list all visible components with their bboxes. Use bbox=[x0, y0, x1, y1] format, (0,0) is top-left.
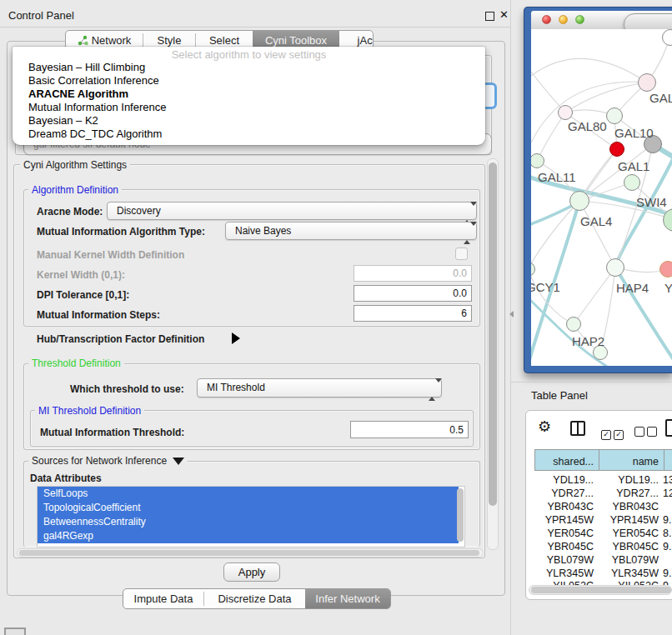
control-panel-title: Control Panel bbox=[8, 9, 74, 22]
list-item-selfloops[interactable]: SelfLoops bbox=[38, 487, 459, 501]
node-label-hap2: HAP2 bbox=[572, 334, 604, 348]
dropdown-item-dream8[interactable]: Dream8 DC_TDC Algorithm bbox=[28, 128, 162, 140]
mi-type-combo[interactable]: Naive Bayes bbox=[225, 222, 477, 240]
kernel-width-label: Kernel Width (0,1): bbox=[37, 269, 125, 281]
node-label-gal80: GAL80 bbox=[568, 119, 607, 133]
node-gal80[interactable] bbox=[558, 105, 573, 120]
kernel-width-input[interactable] bbox=[354, 265, 472, 282]
minimize-traffic-light-icon[interactable] bbox=[559, 15, 568, 24]
node-hap2[interactable] bbox=[566, 317, 581, 332]
collapse-down-icon bbox=[173, 458, 184, 465]
table-row[interactable]: YER054C YER054C 8. bbox=[529, 528, 672, 541]
network-icon bbox=[78, 35, 88, 46]
table-panel-titlebar: Table Panel bbox=[511, 382, 672, 406]
table-panel-title: Table Panel bbox=[531, 389, 588, 402]
table-row[interactable]: YPR145W YPR145W 9. bbox=[529, 514, 672, 528]
node-swi4[interactable] bbox=[624, 174, 640, 191]
algorithm-dropdown-overlay: Select algorithm to view settings Bayesi… bbox=[13, 47, 485, 145]
node-gal10[interactable] bbox=[606, 108, 623, 124]
tab-impute-data[interactable]: Impute Data bbox=[123, 589, 203, 608]
threshold-definition-title: Threshold Definition bbox=[28, 358, 124, 369]
which-threshold-label: Which threshold to use: bbox=[70, 383, 184, 395]
zoom-traffic-light-icon[interactable] bbox=[575, 15, 584, 24]
list-item-topological[interactable]: TopologicalCoefficient bbox=[38, 501, 459, 515]
tab-infer-network[interactable]: Infer Network bbox=[305, 589, 390, 608]
node-gal1-red[interactable] bbox=[609, 142, 624, 157]
new-table-icon[interactable] bbox=[665, 419, 672, 437]
dropdown-item-mutual-information[interactable]: Mutual Information Inference bbox=[28, 101, 166, 113]
close-panel-icon[interactable]: ✕ bbox=[499, 8, 509, 21]
manual-kernel-checkbox[interactable] bbox=[455, 248, 468, 260]
node-label-gal11: GAL11 bbox=[538, 170, 576, 184]
mi-threshold-label: Mutual Information Threshold: bbox=[40, 427, 184, 438]
node-label-gal10: GAL10 bbox=[614, 126, 654, 140]
node-label-swi4: SWI4 bbox=[636, 195, 667, 209]
network-canvas[interactable]: GAL7 GAL80 GAL10 GAL1 GAL11 SWI4 GAL4 GC… bbox=[531, 29, 672, 366]
bottom-tabbar: Impute Data Discretize Data Infer Networ… bbox=[123, 588, 391, 609]
column-header-cut[interactable] bbox=[664, 449, 672, 471]
node-gal4[interactable] bbox=[569, 191, 589, 211]
dropdown-item-aracne[interactable]: ARACNE Algorithm bbox=[28, 88, 128, 100]
mi-type-label: Mutual Information Algorithm Type: bbox=[37, 226, 205, 238]
table-row[interactable]: YBL079W YBL079W bbox=[529, 554, 672, 568]
sources-title[interactable]: Sources for Network Inference bbox=[28, 455, 188, 467]
list-item-gal4rgexp[interactable]: gal4RGexp bbox=[38, 529, 459, 543]
apply-button[interactable]: Apply bbox=[223, 562, 280, 582]
node-hap4[interactable] bbox=[606, 258, 624, 277]
gear-icon[interactable]: ⚙ bbox=[538, 419, 551, 434]
data-attributes-list[interactable]: SelfLoops TopologicalCoefficient Between… bbox=[37, 486, 465, 548]
column-header-shared-name[interactable]: shared... bbox=[534, 449, 599, 471]
manual-kernel-label: Manual Kernel Width Definition bbox=[37, 249, 184, 261]
float-panel-icon[interactable] bbox=[485, 12, 494, 21]
node-label-gal7: GAL7 bbox=[649, 91, 672, 105]
select-all-rows-icon[interactable]: ✓✓ bbox=[601, 425, 626, 440]
node-label-gcy1: GCY1 bbox=[531, 280, 560, 294]
aracne-mode-combo[interactable]: Discovery bbox=[107, 202, 477, 220]
node-label-hap4: HAP4 bbox=[616, 281, 649, 295]
control-panel-window: Control Panel ✕ Network Style bbox=[0, 0, 511, 635]
expand-right-icon[interactable] bbox=[232, 332, 240, 344]
node-label-gal4: GAL4 bbox=[580, 214, 612, 228]
mi-steps-input[interactable] bbox=[354, 305, 472, 322]
aracne-mode-label: Aracne Mode: bbox=[37, 206, 103, 218]
columns-icon[interactable] bbox=[570, 421, 585, 436]
table-row[interactable]: YLR345W YLR345W 9. bbox=[529, 568, 672, 581]
app-root: Control Panel ✕ Network Style bbox=[0, 0, 672, 635]
combo-arrows-icon bbox=[464, 206, 470, 221]
node-gal7[interactable] bbox=[638, 73, 656, 92]
dropdown-prompt: Select algorithm to view settings bbox=[13, 48, 485, 61]
node-label-y-partial: Y bbox=[664, 281, 672, 295]
settings-hscrollbar-thumb[interactable] bbox=[19, 550, 479, 556]
deselect-all-rows-icon[interactable] bbox=[634, 425, 659, 440]
tab-discretize-data[interactable]: Discretize Data bbox=[204, 589, 305, 608]
table-row[interactable]: YBR045C YBR045C 9. bbox=[529, 541, 672, 554]
dock-panel-icon[interactable] bbox=[4, 628, 26, 635]
cyni-algorithm-settings-title: Cyni Algorithm Settings bbox=[20, 159, 130, 171]
dropdown-item-basic-correlation[interactable]: Basic Correlation Inference bbox=[28, 74, 159, 87]
combo-arrows-icon bbox=[464, 226, 470, 241]
table-hscrollbar-thumb[interactable] bbox=[531, 587, 671, 593]
mi-threshold-title: MI Threshold Definition bbox=[35, 405, 144, 417]
mi-threshold-input[interactable] bbox=[350, 421, 469, 438]
network-window: GAL7 GAL80 GAL10 GAL1 GAL11 SWI4 GAL4 GC… bbox=[524, 7, 672, 373]
table-row[interactable]: YDR27... YDR27... 12 bbox=[529, 488, 672, 501]
mi-steps-label: Mutual Information Steps: bbox=[37, 309, 160, 321]
algorithm-definition-title: Algorithm Definition bbox=[28, 184, 122, 196]
node-salmon[interactable] bbox=[659, 261, 672, 278]
settings-vscrollbar-thumb[interactable] bbox=[489, 162, 497, 506]
dpi-tolerance-label: DPI Tolerance [0,1]: bbox=[37, 289, 129, 301]
node-label-gal1: GAL1 bbox=[618, 159, 649, 173]
data-attributes-label: Data Attributes bbox=[30, 472, 102, 484]
dropdown-item-bayesian-k2[interactable]: Bayesian – K2 bbox=[28, 114, 98, 127]
list-item-betweenness[interactable]: BetweennessCentrality bbox=[38, 515, 459, 529]
close-traffic-light-icon[interactable] bbox=[542, 15, 551, 24]
dpi-tolerance-input[interactable] bbox=[354, 285, 472, 302]
column-header-name[interactable]: name bbox=[599, 449, 664, 471]
which-threshold-combo[interactable]: MI Threshold bbox=[197, 378, 442, 398]
dropdown-item-bayesian-hill[interactable]: Bayesian – Hill Climbing bbox=[28, 61, 145, 73]
splitter-arrow-icon[interactable] bbox=[509, 311, 514, 318]
hub-definition-label[interactable]: Hub/Transcription Factor Definition bbox=[37, 333, 204, 345]
table-row[interactable]: YDL19... YDL19... 13 bbox=[529, 474, 672, 488]
list-vscrollbar-thumb[interactable] bbox=[457, 488, 464, 542]
table-row[interactable]: YBR043C YBR043C bbox=[529, 501, 672, 514]
